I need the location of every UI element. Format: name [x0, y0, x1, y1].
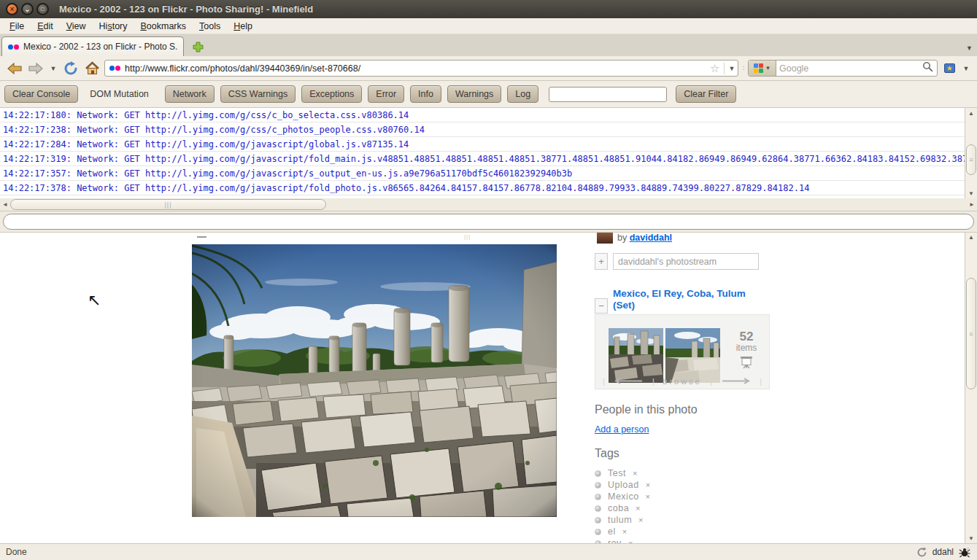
- console-filter-css-warnings[interactable]: CSS Warnings: [220, 85, 296, 103]
- tag-link[interactable]: Mexico: [608, 491, 639, 502]
- console-horizontal-scrollbar[interactable]: ◄ ||| ►: [0, 198, 977, 211]
- search-input[interactable]: [776, 63, 922, 74]
- tag-remove-button[interactable]: ×: [636, 504, 640, 513]
- tag-remove-button[interactable]: ×: [628, 539, 633, 543]
- console-scrollbar[interactable]: ▲ ≡ ▼: [965, 108, 977, 198]
- globe-icon: [595, 529, 601, 535]
- set-count-number: 52: [740, 330, 754, 343]
- scroll-right-icon[interactable]: ►: [967, 198, 977, 211]
- tag-row-rey: rey×: [595, 537, 755, 543]
- console-log-line: 14:22:17:284: Network: GET http://l.yimg…: [0, 137, 977, 152]
- window-maximize-button[interactable]: □: [36, 3, 49, 15]
- tag-remove-button[interactable]: ×: [633, 469, 637, 478]
- console-filter-log[interactable]: Log: [507, 85, 538, 103]
- home-button[interactable]: [83, 60, 101, 77]
- tag-remove-button[interactable]: ×: [646, 481, 650, 489]
- url-text[interactable]: http://www.flickr.com/photos/dahl/394403…: [125, 63, 706, 74]
- tag-link[interactable]: tulum: [608, 515, 632, 525]
- photo-el-rey-ruins[interactable]: [192, 244, 557, 517]
- page-scrollbar-thumb[interactable]: ≡: [966, 278, 976, 389]
- set-count-label: items: [725, 343, 768, 353]
- tag-link[interactable]: coba: [608, 503, 629, 513]
- tag-link[interactable]: Upload: [608, 480, 639, 490]
- reload-button[interactable]: [62, 60, 80, 77]
- new-tab-button[interactable]: [190, 39, 206, 54]
- search-engine-button[interactable]: ▼: [749, 61, 776, 76]
- clear-filter-button[interactable]: Clear Filter: [676, 85, 736, 103]
- scroll-left-icon[interactable]: ◄: [0, 198, 10, 211]
- menu-bookmarks[interactable]: Bookmarks: [134, 20, 193, 33]
- search-box[interactable]: ▼: [748, 60, 938, 77]
- console-log-line: 14:22:17:180: Network: GET http://l.yimg…: [0, 108, 977, 122]
- menu-view[interactable]: View: [60, 20, 93, 33]
- bookmark-star-icon[interactable]: ☆: [710, 63, 719, 74]
- window-minimize-button[interactable]: ⌄: [21, 3, 34, 15]
- browse-link[interactable]: browse: [663, 377, 701, 386]
- search-go-button[interactable]: [922, 61, 933, 75]
- set-browse-row: | | browse | |: [603, 377, 762, 386]
- set-collapse-button[interactable]: −: [595, 298, 608, 314]
- console-filter-network[interactable]: Network: [165, 85, 215, 103]
- scroll-down-icon[interactable]: ▼: [965, 188, 977, 198]
- console-command-input[interactable]: [3, 214, 974, 230]
- photostream-label[interactable]: daviddahl's photostream: [613, 253, 759, 270]
- menu-file[interactable]: File: [3, 20, 31, 33]
- owner-link[interactable]: daviddahl: [630, 233, 672, 243]
- tag-row-mexico: Mexico×: [595, 491, 755, 502]
- horizontal-scrollbar-thumb[interactable]: |||: [10, 199, 326, 210]
- scroll-down-icon[interactable]: ▼: [965, 535, 977, 542]
- photostream-expand-button[interactable]: +: [595, 253, 608, 270]
- history-dropdown[interactable]: ▼: [48, 65, 58, 72]
- globe-icon: [595, 470, 601, 477]
- reload-icon: [63, 61, 78, 76]
- forward-button[interactable]: [27, 60, 45, 77]
- bug-icon[interactable]: [959, 547, 971, 558]
- tags-heading: Tags: [595, 447, 619, 460]
- tab-active[interactable]: Mexico - 2002 - 123 on Flickr - Photo S.…: [1, 36, 184, 56]
- url-bar[interactable]: http://www.flickr.com/photos/dahl/394403…: [104, 60, 738, 77]
- set-title-link[interactable]: Mexico, El Rey, Coba, Tulum (Set): [613, 288, 759, 311]
- console-filter-input[interactable]: [549, 87, 667, 102]
- bookmark-book-icon: [943, 62, 956, 74]
- tag-link[interactable]: el: [608, 526, 616, 537]
- owner-avatar[interactable]: [597, 233, 613, 244]
- tab-list-dropdown[interactable]: ▼: [966, 44, 973, 52]
- tag-remove-button[interactable]: ×: [638, 516, 643, 524]
- menu-edit[interactable]: Edit: [31, 20, 60, 33]
- add-person-link[interactable]: Add a person: [595, 424, 649, 435]
- urlbar-dropdown[interactable]: ▼: [724, 63, 735, 74]
- back-button[interactable]: [6, 60, 23, 77]
- tag-remove-button[interactable]: ×: [646, 492, 650, 501]
- dom-mutation-toggle[interactable]: DOM Mutation: [90, 89, 149, 99]
- tag-link[interactable]: rey: [608, 538, 622, 543]
- tag-row-coba: coba×: [595, 502, 755, 514]
- scroll-up-icon[interactable]: ▲: [965, 108, 977, 118]
- browse-next-button[interactable]: [721, 377, 752, 386]
- console-log-line: 14:22:17:319: Network: GET http://l.yimg…: [0, 152, 977, 166]
- clear-console-button[interactable]: Clear Console: [4, 85, 78, 103]
- bookmarks-dropdown[interactable]: ▼: [961, 65, 971, 72]
- set-thumbnail-1[interactable]: [609, 328, 663, 383]
- menu-help[interactable]: Help: [227, 20, 259, 33]
- tag-link[interactable]: Test: [608, 468, 626, 478]
- console-filter-info[interactable]: Info: [410, 85, 441, 103]
- menu-tools[interactable]: Tools: [193, 20, 227, 33]
- tag-remove-button[interactable]: ×: [622, 527, 627, 536]
- scroll-up-icon[interactable]: ▲: [965, 234, 977, 241]
- menu-history[interactable]: History: [93, 20, 134, 33]
- window-close-button[interactable]: ×: [6, 3, 18, 15]
- sync-icon[interactable]: [916, 547, 927, 558]
- console-filter-error[interactable]: Error: [368, 85, 404, 103]
- console-scrollbar-thumb[interactable]: ≡: [966, 144, 976, 175]
- console-filter-warnings[interactable]: Warnings: [447, 85, 501, 103]
- status-username[interactable]: ddahl: [932, 547, 954, 557]
- page-scrollbar[interactable]: ▲ ≡ ▼: [965, 233, 977, 543]
- slideshow-icon[interactable]: [738, 356, 754, 373]
- bookmarks-sidebar-button[interactable]: [941, 61, 957, 77]
- console-filter-exceptions[interactable]: Exceptions: [301, 85, 362, 103]
- tick: |: [710, 377, 712, 386]
- byline: by daviddahl: [617, 233, 672, 243]
- set-thumbnail-2[interactable]: [665, 328, 720, 383]
- window-title: Mexico - 2002 - 123 on Flickr - Photo Sh…: [59, 4, 313, 15]
- browse-prev-button[interactable]: [613, 377, 644, 386]
